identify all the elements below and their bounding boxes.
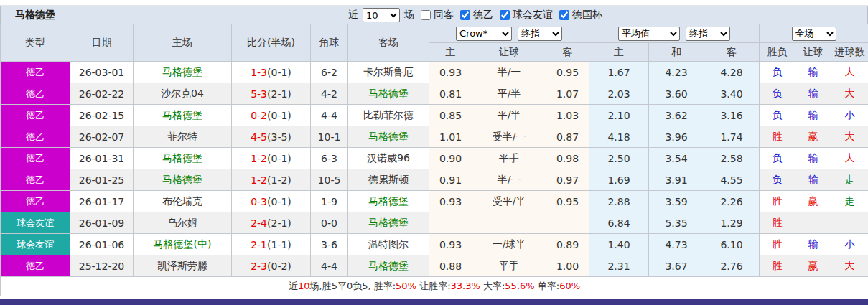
handicap-result: 输 — [795, 148, 831, 169]
winlose-result: 负 — [760, 105, 795, 126]
same-away-checkbox[interactable] — [421, 10, 431, 20]
winlose-result: 胜 — [760, 212, 795, 234]
col-header-score: 比分(半场) — [232, 24, 311, 62]
filter-controls: 近 10 场 同客 德乙 球会友谊 德国杯 — [348, 8, 602, 22]
table-row: 德乙26-02-15马格德堡0-2(0-1)4-4比勒菲尔德0.85平/半1.0… — [1, 105, 868, 126]
avg-draw: 3.54 — [649, 148, 704, 169]
fulltime-select[interactable]: 全场 — [792, 27, 836, 41]
table-row: 德乙25-12-20凯泽斯劳滕2-3(0-2)4-4马格德堡0.88平手1.00… — [1, 255, 868, 277]
odds-home: 0.91 — [429, 169, 472, 191]
col-header-away: 客场 — [348, 24, 429, 62]
odds-group-header: Crow* 终指 — [429, 24, 589, 43]
summary-text-part: 让胜率: — [416, 281, 451, 291]
average-stage-select[interactable]: 终指 — [686, 27, 730, 41]
competition-badge: 德乙 — [1, 62, 70, 83]
odds-away: 0.95 — [546, 62, 589, 83]
away-team: 卡尔斯鲁厄 — [348, 62, 429, 83]
odds-home — [429, 212, 472, 234]
avg-home: 2.31 — [589, 255, 649, 277]
avg-draw: 5.35 — [649, 212, 704, 234]
corner-score: 10-5 — [311, 169, 348, 191]
col-header-handicap-result: 让球 — [795, 43, 831, 62]
halftime-score: (0-2) — [267, 261, 291, 272]
goals-result: 大 — [831, 83, 868, 105]
halftime-score: (1-1) — [267, 239, 291, 250]
filter-friendly-checkbox[interactable] — [500, 10, 510, 20]
avg-draw: 4.23 — [649, 62, 704, 83]
match-date: 26-02-22 — [70, 83, 134, 105]
corner-score: 4-2 — [311, 83, 348, 105]
avg-home: 1.69 — [589, 169, 649, 191]
odds-home: 0.81 — [429, 83, 472, 105]
fulltime-score: 1-2 — [251, 174, 267, 186]
competition-badge: 球会友谊 — [1, 212, 70, 234]
home-team: 马格德堡 — [134, 62, 232, 83]
avg-home: 2.50 — [589, 148, 649, 169]
odds-home: 0.88 — [429, 255, 472, 277]
fulltime-score: 2-4 — [251, 217, 267, 229]
goals-result: 大 — [831, 62, 868, 83]
halftime-score: (0-1) — [267, 153, 291, 164]
recent-link[interactable]: 近 — [348, 9, 358, 22]
away-team: 马格德堡 — [348, 126, 429, 148]
summary-text-part: 大率: — [480, 281, 505, 291]
handicap-result — [795, 212, 831, 234]
home-team: 沙尔克04 — [134, 83, 232, 105]
table-row: 德乙26-01-31马格德堡1-2(0-1)6-3汉诺威960.90平手0.98… — [1, 148, 868, 169]
summary-text-part: 场,胜5平0负5, 胜率: — [310, 281, 396, 291]
recent-count-select[interactable]: 10 — [363, 8, 400, 22]
bookmaker-select[interactable]: Crow* — [456, 27, 512, 41]
competition-badge: 德乙 — [1, 191, 70, 212]
handicap-result: 赢 — [795, 126, 831, 148]
goals-result: 大 — [831, 255, 868, 277]
odds-home: 0.93 — [429, 62, 472, 83]
halftime-score: (0-1) — [267, 196, 291, 207]
avg-draw: 4.73 — [649, 234, 704, 255]
matches-label: 场 — [404, 9, 414, 22]
home-team: 凯泽斯劳滕 — [134, 255, 232, 277]
table-row: 德乙26-01-17布伦瑞克0-3(0-1)1-9马格德堡0.93受平/半0.9… — [1, 191, 868, 212]
fulltime-score: 1-2 — [251, 153, 267, 164]
fulltime-score: 0-2 — [251, 110, 267, 121]
filter-cup-checkbox[interactable] — [559, 10, 569, 20]
match-score: 1-2(0-1) — [232, 148, 311, 169]
odds-handicap — [472, 212, 546, 234]
odds-handicap: 一/球半 — [472, 234, 546, 255]
away-team: 马格德堡 — [348, 83, 429, 105]
competition-badge: 德乙 — [1, 255, 70, 277]
odds-handicap: 平/半 — [472, 105, 546, 126]
odds-stage-select[interactable]: 终指 — [518, 27, 562, 41]
team-history-panel: 马格德堡 近 10 场 同客 德乙 球会友谊 德国杯 类型 日 — [0, 0, 868, 305]
avg-draw: 3.59 — [649, 191, 704, 212]
match-score: 1-3(0-1) — [232, 62, 311, 83]
avg-home: 6.84 — [589, 212, 649, 234]
home-team: 布伦瑞克 — [134, 191, 232, 212]
top-strip — [0, 0, 868, 6]
table-row: 球会友谊26-01-06马格德堡(中)2-1(1-1)3-6温特图尔0.93一/… — [1, 234, 868, 255]
fulltime-score: 4-5 — [251, 131, 267, 143]
odds-handicap: 平手 — [472, 148, 546, 169]
filter-league-checkbox[interactable] — [460, 10, 470, 20]
halftime-score: (3-5) — [267, 131, 291, 143]
corner-score: 3-6 — [311, 234, 348, 255]
col-header-avg-home: 主 — [589, 43, 649, 62]
odds-handicap: 平手 — [472, 255, 546, 277]
avg-away: 4.28 — [704, 62, 760, 83]
home-team: 马格德堡(中) — [134, 234, 232, 255]
home-team: 马格德堡 — [134, 105, 232, 126]
goals-result — [831, 212, 868, 234]
odds-away: 0.97 — [546, 169, 589, 191]
match-score: 2-1(1-1) — [232, 234, 311, 255]
away-team: 马格德堡 — [348, 212, 429, 234]
summary-row: 近10场,胜5平0负5, 胜率:50% 让胜率:33.3% 大率:55.6% 单… — [1, 277, 868, 296]
average-select[interactable]: 平均值 — [618, 27, 680, 41]
corner-score: 6-2 — [311, 62, 348, 83]
avg-away: 2.26 — [704, 191, 760, 212]
odds-home: 0.93 — [429, 234, 472, 255]
col-header-goals: 进球数 — [831, 43, 868, 62]
fulltime-score: 0-3 — [251, 196, 267, 207]
avg-away: 4.55 — [704, 169, 760, 191]
home-team: 马格德堡 — [134, 169, 232, 191]
col-header-type: 类型 — [1, 24, 70, 62]
avg-away: 1.29 — [704, 212, 760, 234]
